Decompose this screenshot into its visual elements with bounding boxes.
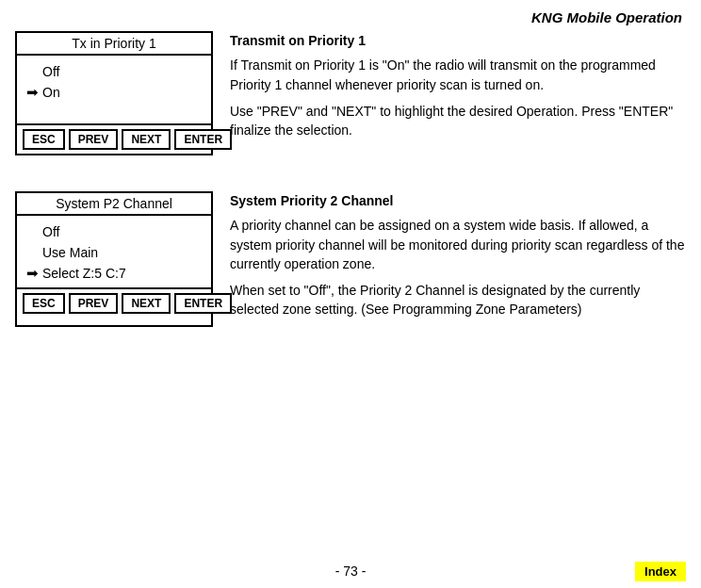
system-p2-desc-p1: A priority channel can be assigned on a …: [230, 216, 686, 273]
enter-button[interactable]: ENTER: [174, 293, 232, 314]
system-p2-desc-title: System Priority 2 Channel: [230, 191, 686, 210]
esc-button[interactable]: ESC: [23, 293, 65, 314]
page-header: KNG Mobile Operation: [0, 0, 701, 31]
system-p2-panel-body: ➡ Off ➡ Use Main ➡ Select Z:5 C:7: [17, 216, 211, 287]
section-tx-priority: Tx in Priority 1 ➡ Off ➡ On ESC PREV NEX…: [9, 31, 692, 155]
esc-button[interactable]: ESC: [23, 129, 65, 150]
item-off-label: Off: [42, 224, 59, 239]
item-use-main-label: Use Main: [42, 245, 98, 260]
list-item: ➡ Select Z:5 C:7: [26, 263, 202, 284]
next-button[interactable]: NEXT: [122, 129, 171, 150]
system-p2-panel-title: System P2 Channel: [17, 193, 211, 216]
list-item: ➡ Off: [26, 61, 202, 82]
tx-priority-panel-body: ➡ Off ➡ On: [17, 56, 211, 123]
system-p2-panel-buttons: ESC PREV NEXT ENTER: [17, 287, 211, 318]
section-gap: [9, 172, 692, 191]
item-on-label: On: [42, 85, 60, 100]
index-button[interactable]: Index: [635, 562, 686, 581]
tx-priority-panel-buttons: ESC PREV NEXT ENTER: [17, 123, 211, 154]
enter-button[interactable]: ENTER: [174, 129, 232, 150]
selected-arrow-icon: ➡: [26, 84, 39, 101]
system-p2-description: System Priority 2 Channel A priority cha…: [230, 191, 686, 327]
list-item: ➡ On: [26, 82, 202, 103]
item-select-label: Select Z:5 C:7: [42, 266, 126, 281]
item-off-label: Off: [42, 64, 59, 79]
page-footer: - 73 - Index: [0, 564, 701, 579]
next-button[interactable]: NEXT: [122, 293, 171, 314]
tx-priority-panel-title: Tx in Priority 1: [17, 33, 211, 56]
section-system-p2: System P2 Channel ➡ Off ➡ Use Main ➡ Sel…: [9, 191, 692, 327]
list-item: ➡ Off: [26, 221, 202, 242]
list-item: ➡ Use Main: [26, 242, 202, 263]
prev-button[interactable]: PREV: [69, 293, 119, 314]
tx-priority-desc-p2: Use "PREV" and "NEXT" to highlight the d…: [230, 102, 686, 140]
system-p2-panel: System P2 Channel ➡ Off ➡ Use Main ➡ Sel…: [15, 191, 213, 327]
tx-priority-desc-p1: If Transmit on Priority 1 is "On" the ra…: [230, 56, 686, 94]
tx-priority-desc-title: Transmit on Priority 1: [230, 31, 686, 50]
prev-button[interactable]: PREV: [69, 129, 119, 150]
page-number: - 73 -: [0, 564, 701, 579]
tx-priority-description: Transmit on Priority 1 If Transmit on Pr…: [230, 31, 686, 155]
tx-priority-panel: Tx in Priority 1 ➡ Off ➡ On ESC PREV NEX…: [15, 31, 213, 155]
selected-arrow-icon: ➡: [26, 265, 39, 282]
content-area: Tx in Priority 1 ➡ Off ➡ On ESC PREV NEX…: [0, 31, 701, 344]
system-p2-desc-p2: When set to "Off", the Priority 2 Channe…: [230, 281, 686, 319]
